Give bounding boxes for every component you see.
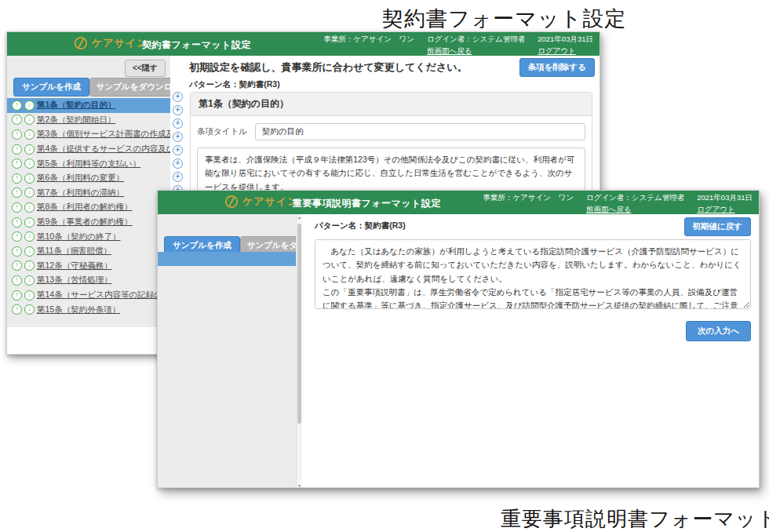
move-up-icon[interactable]: ↑ — [12, 188, 22, 198]
add-clause-icon[interactable]: + — [173, 172, 183, 182]
scroll-down-icon[interactable]: ▼ — [297, 483, 302, 488]
section-row — [158, 252, 302, 266]
download-sample-button[interactable]: サンプルをダウンロード — [89, 78, 170, 97]
section-row — [158, 423, 302, 437]
login-label: ログイン者：システム管理者 — [586, 193, 684, 203]
section-list — [158, 252, 302, 488]
section-row — [158, 295, 302, 309]
session-info: 事業所：ケアサイン ワン ログイン者：システム管理者 前画面へ戻る 2021年0… — [323, 35, 593, 56]
clause-row: ↑↓第4条（提供するサービスの内容及びその変更） — [7, 142, 170, 157]
add-clause-icon[interactable]: + — [173, 92, 183, 102]
move-up-icon[interactable]: ↑ — [12, 115, 22, 125]
clause-link[interactable]: 第6条（利用料の変更） — [37, 173, 124, 184]
move-down-icon[interactable]: ↓ — [24, 304, 35, 315]
move-down-icon[interactable]: ↓ — [24, 173, 35, 184]
clause-row: ↑↓第7条（利用料の滞納） — [7, 186, 170, 201]
clause-row: ↑↓第6条（利用料の変更） — [7, 171, 170, 186]
important-matters-main-panel: パターン名：契約書(R3) 初期値に戻す あなた（又はあなたの家族）が利用しよう… — [302, 214, 759, 487]
clause-link[interactable]: 第7条（利用料の滞納） — [37, 188, 124, 199]
brand-logo: ケアサイン — [73, 35, 148, 51]
move-down-icon[interactable]: ↓ — [24, 100, 35, 111]
move-down-icon[interactable]: ↓ — [24, 290, 35, 301]
move-down-icon[interactable]: ↓ — [24, 246, 35, 257]
section-row — [158, 309, 302, 323]
move-down-icon[interactable]: ↓ — [24, 275, 35, 286]
clause-link[interactable]: 第1条（契約の目的） — [37, 100, 116, 111]
sidebar-scrollbar[interactable]: ▲ ▼ — [296, 214, 302, 488]
move-up-icon[interactable]: ↑ — [12, 261, 22, 271]
next-input-button[interactable]: 次の入力へ — [686, 321, 751, 341]
page-title-contract: 契約書フォーマット設定 — [382, 5, 626, 33]
instruction-text: 初期設定を確認し、貴事業所に合わせて変更してください。 — [189, 60, 468, 75]
clause-link[interactable]: 第13条（苦情処理） — [37, 275, 112, 286]
add-clause-icon[interactable]: + — [173, 159, 183, 169]
move-down-icon[interactable]: ↓ — [24, 261, 35, 271]
clause-link[interactable]: 第12条（守秘義務） — [37, 261, 112, 271]
move-up-icon[interactable]: ↑ — [12, 217, 22, 228]
section-row — [158, 266, 302, 280]
add-clause-icon[interactable]: + — [173, 105, 183, 115]
move-down-icon[interactable]: ↓ — [24, 129, 35, 140]
scrollbar-thumb[interactable] — [297, 224, 301, 424]
create-sample-button[interactable]: サンプルを作成 — [13, 78, 89, 97]
move-up-icon[interactable]: ↑ — [12, 246, 22, 257]
clause-list: ↑↓第1条（契約の目的） ↑↓第2条（契約開始日） ↑↓第3条（個別サービス計画… — [7, 98, 170, 317]
clause-title-input[interactable] — [255, 123, 585, 140]
clause-link[interactable]: 第2条（契約開始日） — [37, 115, 115, 126]
section-row — [158, 395, 302, 409]
clause-row: ↑↓第8条（利用者の解約権） — [7, 200, 170, 215]
move-up-icon[interactable]: ↑ — [12, 304, 22, 315]
brand-logo: ケアサイン — [224, 194, 299, 210]
delete-clause-button[interactable]: 条項を削除する — [519, 58, 595, 77]
clause-link[interactable]: 第15条（契約外条項） — [37, 304, 120, 315]
clause-link[interactable]: 第8条（利用者の解約権） — [37, 202, 133, 213]
move-up-icon[interactable]: ↑ — [12, 231, 22, 242]
move-up-icon[interactable]: ↑ — [12, 144, 22, 155]
clause-row: ↑↓第5条（利用料等の支払い） — [7, 156, 170, 171]
move-up-icon[interactable]: ↑ — [12, 275, 22, 286]
section-row — [158, 437, 302, 451]
window-title: 契約書フォーマット設定 — [142, 38, 251, 52]
hide-sidebar-button[interactable]: <<隠す — [125, 60, 166, 77]
add-clause-icon[interactable]: + — [173, 145, 183, 155]
clause-link[interactable]: 第9条（事業者の解約権） — [37, 217, 133, 228]
move-up-icon[interactable]: ↑ — [12, 290, 22, 301]
clause-link[interactable]: 第3条（個別サービス計画書の作成及び変更） — [37, 129, 170, 140]
move-up-icon[interactable]: ↑ — [12, 100, 22, 111]
reset-default-button[interactable]: 初期値に戻す — [684, 217, 752, 236]
add-clause-icon[interactable]: + — [173, 118, 183, 129]
move-down-icon[interactable]: ↓ — [24, 159, 35, 169]
office-label: 事業所：ケアサイン ワン — [323, 35, 414, 45]
app-header: ケアサイン 契約書フォーマット設定 事業所：ケアサイン ワン ログイン者：システ… — [7, 32, 600, 56]
caresign-logo-icon — [73, 35, 89, 51]
move-down-icon[interactable]: ↓ — [24, 202, 35, 213]
brand-name: ケアサイン — [92, 36, 148, 50]
window-title: 重要事項説明書フォーマット設定 — [293, 197, 441, 210]
move-up-icon[interactable]: ↑ — [12, 129, 22, 140]
move-down-icon[interactable]: ↓ — [24, 217, 35, 228]
move-down-icon[interactable]: ↓ — [24, 115, 35, 125]
clause-link[interactable]: 第10条（契約の終了） — [37, 231, 120, 242]
clause-link[interactable]: 第14条（サービス内容等の記録の作成及び保存） — [37, 290, 170, 301]
clause-row: ↑↓第11条（損害賠償） — [7, 244, 170, 259]
add-clause-icon[interactable]: + — [173, 132, 183, 142]
section-sidebar: サンプルを作成 サンプルをダウンロード ▲ ▼ — [158, 214, 302, 488]
move-up-icon[interactable]: ↑ — [12, 173, 22, 184]
move-down-icon[interactable]: ↓ — [24, 231, 35, 242]
move-up-icon[interactable]: ↑ — [12, 202, 22, 213]
scroll-up-icon[interactable]: ▲ — [297, 215, 302, 220]
clause-link[interactable]: 第11条（損害賠償） — [37, 246, 111, 257]
section-row — [158, 366, 302, 381]
move-up-icon[interactable]: ↑ — [12, 159, 22, 169]
date-label: 2021年03月31日 — [697, 193, 753, 203]
section-row — [158, 466, 302, 480]
brand-name: ケアサイン — [242, 195, 299, 209]
move-down-icon[interactable]: ↓ — [24, 188, 35, 198]
section-row — [158, 452, 302, 466]
clause-link[interactable]: 第5条（利用料等の支払い） — [37, 159, 140, 169]
clause-link[interactable]: 第4条（提供するサービスの内容及びその変更） — [37, 144, 170, 155]
important-matters-window: ケアサイン 重要事項説明書フォーマット設定 事業所：ケアサイン ワン ログイン者… — [157, 190, 760, 488]
move-down-icon[interactable]: ↓ — [24, 144, 35, 155]
section-body-textarea[interactable]: あなた（又はあなたの家族）が利用しようと考えている指定訪問介護サービス（介護予防… — [315, 239, 751, 309]
app-header: ケアサイン 重要事項説明書フォーマット設定 事業所：ケアサイン ワン ログイン者… — [158, 191, 759, 214]
